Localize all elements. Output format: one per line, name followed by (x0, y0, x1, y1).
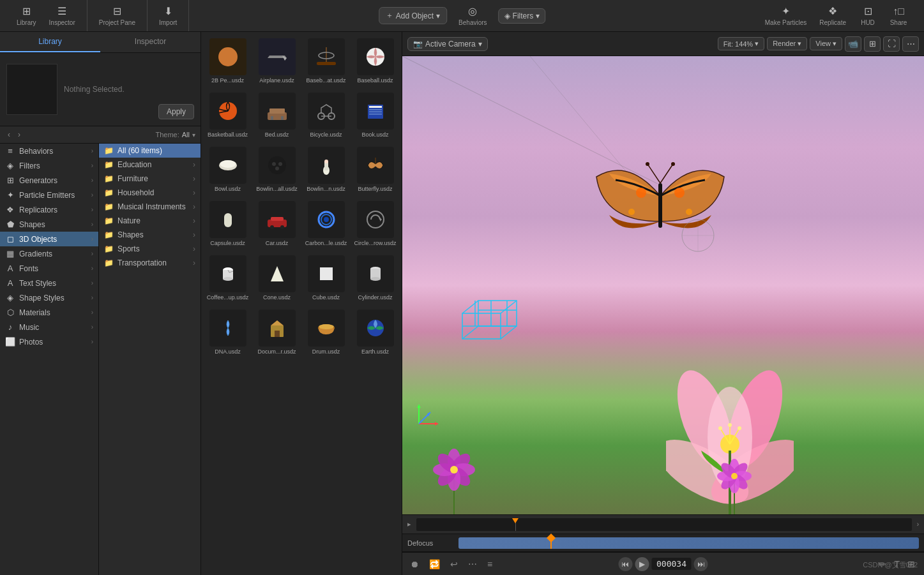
project-pane-button[interactable]: ⊟ Project Pane (94, 3, 140, 29)
viewport[interactable] (402, 56, 924, 514)
asset-item[interactable]: Bowlin...n.usdz (302, 143, 350, 196)
category-behaviors[interactable]: ≡ Behaviors › (0, 144, 98, 158)
category-materials[interactable]: ⬡ Materials › (0, 305, 98, 320)
add-marker-button[interactable]: ≡ (485, 558, 495, 571)
category-text-styles[interactable]: A Text Styles › (0, 276, 98, 290)
inspector-icon: ☰ (57, 5, 66, 17)
subcat-sports[interactable]: 📁 Sports › (99, 242, 201, 256)
layout-button[interactable]: ⊞ (864, 36, 881, 52)
asset-item[interactable]: Bed.usdz (253, 89, 301, 142)
camera-chevron-icon: ▾ (478, 40, 482, 49)
library-inspector-group: ⊞ Library ☰ Inspector (5, 0, 87, 31)
svg-point-84 (718, 426, 722, 430)
go-to-end-button[interactable]: ⏭ (694, 557, 708, 571)
asset-item[interactable]: Bowl.usdz (204, 143, 252, 196)
asset-label: Bowlin...n.usdz (307, 186, 345, 192)
asset-item[interactable]: Drum.usdz (302, 306, 350, 359)
asset-item[interactable]: Capsule.usdz (204, 197, 252, 250)
asset-item[interactable]: Earth.usdz (351, 306, 399, 359)
category-music[interactable]: ♪ Music › (0, 320, 98, 334)
category-filters[interactable]: ◈ Filters › (0, 158, 98, 173)
make-particles-button[interactable]: ✦ Make Particles (760, 3, 812, 29)
asset-thumb (259, 147, 296, 184)
category-particle-emitters[interactable]: ✦ Particle Emitters › (0, 188, 98, 202)
asset-item[interactable]: 2B Pe...usdz (204, 34, 252, 87)
asset-label: Baseb...at.usdz (306, 77, 345, 84)
subcat-education-label: Education (117, 160, 151, 169)
shapes-sub-arrow-icon: › (193, 230, 195, 239)
bounce-button[interactable]: ↩ (448, 558, 460, 571)
category-3d-objects[interactable]: ◻ 3D Objects › (0, 232, 98, 246)
category-shape-styles[interactable]: ◈ Shape Styles › (0, 290, 98, 305)
theme-dropdown-button[interactable]: ▾ (192, 131, 195, 138)
asset-grid: 2B Pe...usdz Airplane.usdz Baseb...at.us… (201, 32, 402, 361)
svg-rect-30 (271, 217, 284, 221)
svg-rect-14 (369, 106, 382, 108)
timeline-scroll-right[interactable]: › (917, 521, 919, 528)
loop-button[interactable]: 🔁 (427, 558, 443, 571)
subcat-shapes[interactable]: 📁 Shapes › (99, 228, 201, 242)
asset-item[interactable]: Carbon...le.usdz (302, 197, 350, 250)
asset-item[interactable]: DNA.usdz (204, 306, 252, 359)
category-shapes[interactable]: ⬟ Shapes › (0, 217, 98, 232)
asset-item[interactable]: Basketball.usdz (204, 89, 252, 142)
tab-inspector[interactable]: Inspector (100, 32, 201, 52)
more-view-button[interactable]: ⋯ (902, 36, 919, 52)
asset-item[interactable]: Coffee...up.usdz (204, 251, 252, 304)
3d-arrow-icon: › (91, 235, 93, 243)
asset-item[interactable]: Airplane.usdz (253, 34, 301, 87)
asset-item[interactable]: Baseball.usdz (351, 34, 399, 87)
trim-button[interactable]: ⋯ (466, 558, 480, 571)
import-button[interactable]: ⬇ Import (154, 3, 182, 29)
inspector-button[interactable]: ☰ Inspector (44, 3, 80, 29)
play-button[interactable]: ▶ (635, 557, 649, 571)
category-generators[interactable]: ⊞ Generators › (0, 173, 98, 188)
asset-item[interactable]: Bicycle.usdz (302, 89, 350, 142)
render-button[interactable]: Render ▾ (767, 37, 807, 50)
category-photos[interactable]: ⬜ Photos › (0, 334, 98, 349)
timeline-expand-button[interactable]: ▸ (407, 520, 411, 528)
asset-item[interactable]: Cube.usdz (302, 251, 350, 304)
go-to-start-button[interactable]: ⏮ (618, 557, 632, 571)
asset-item[interactable]: Circle...row.usdz (351, 197, 399, 250)
track-bar-area[interactable] (458, 537, 919, 549)
camera-dropdown[interactable]: 📷 Active Camera ▾ (407, 37, 488, 51)
category-fonts[interactable]: A Fonts › (0, 261, 98, 276)
subcat-transportation[interactable]: 📁 Transportation › (99, 256, 201, 270)
camera-label: Active Camera (425, 40, 476, 49)
replicate-button[interactable]: ❖ Replicate (814, 3, 851, 29)
tab-library[interactable]: Library (0, 32, 100, 52)
asset-item[interactable]: Car.usdz (253, 197, 301, 250)
subcat-all[interactable]: 📁 All (60 items) (99, 144, 201, 158)
subcat-household[interactable]: 📁 Household › (99, 186, 201, 200)
asset-item[interactable]: Book.usdz (351, 89, 399, 142)
asset-item[interactable]: Cone.usdz (253, 251, 301, 304)
nav-back-button[interactable]: ‹ (5, 129, 13, 140)
category-replicators[interactable]: ❖ Replicators › (0, 202, 98, 217)
filters-button[interactable]: ◈ Filters ▾ (499, 8, 546, 24)
svg-point-45 (370, 277, 381, 281)
asset-item[interactable]: Cylinder.usdz (351, 251, 399, 304)
subcat-furniture[interactable]: 📁 Furniture › (99, 172, 201, 186)
hud-button[interactable]: ⊡ HUD (854, 3, 882, 29)
record-button[interactable]: ⏺ (407, 558, 421, 571)
library-button[interactable]: ⊞ Library (11, 3, 42, 29)
theme-bar: ‹ › Theme: All ▾ (0, 126, 201, 144)
asset-item[interactable]: Docum...r.usdz (253, 306, 301, 359)
share-button[interactable]: ↑□ Share (884, 3, 913, 29)
asset-item[interactable]: Butterfly.usdz (351, 143, 399, 196)
category-gradients[interactable]: ▦ Gradients › (0, 246, 98, 261)
apply-button[interactable]: Apply (158, 104, 194, 119)
nav-forward-button[interactable]: › (15, 129, 23, 140)
subcat-education[interactable]: 📁 Education › (99, 158, 201, 172)
view-button[interactable]: View ▾ (810, 37, 842, 50)
subcat-nature[interactable]: 📁 Nature › (99, 214, 201, 228)
subcat-musical[interactable]: 📁 Musical Instruments › (99, 200, 201, 214)
asset-item[interactable]: Bowlin...all.usdz (253, 143, 301, 196)
camera-view-button[interactable]: 📹 (845, 36, 861, 52)
fit-button[interactable]: Fit: 144% ▾ (718, 37, 764, 50)
add-object-button[interactable]: ＋ Add Object ▾ (379, 7, 447, 24)
fullscreen-button[interactable]: ⛶ (883, 36, 900, 52)
behaviors-button[interactable]: ◎ Behaviors (452, 3, 493, 29)
asset-item[interactable]: Baseb...at.usdz (302, 34, 350, 87)
